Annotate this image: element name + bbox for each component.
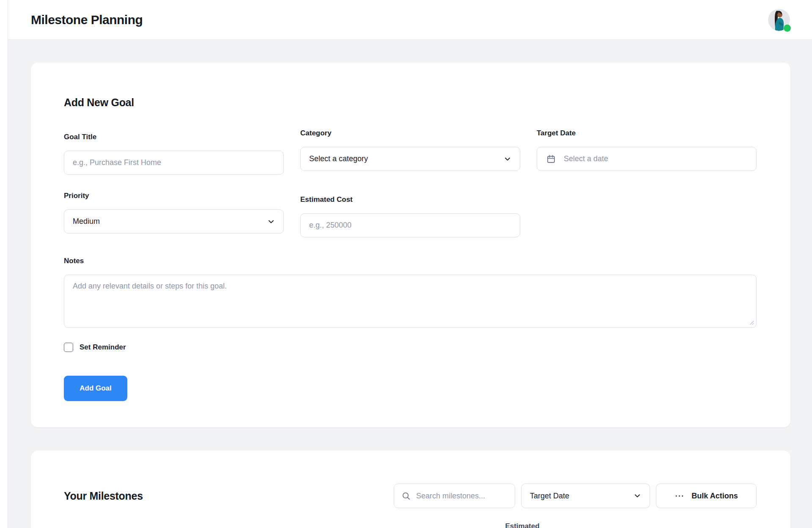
category-field: Category Select a category (300, 128, 520, 175)
add-goal-button[interactable]: Add Goal (64, 376, 127, 401)
bulk-actions-button[interactable]: ⋯ Bulk Actions (656, 484, 757, 508)
notes-label: Notes (64, 256, 757, 266)
milestones-header-row: Your Milestones Target Date (64, 484, 757, 508)
table-column-header-estimated: Estimated (493, 521, 552, 528)
set-reminder-checkbox[interactable] (64, 343, 73, 352)
search-icon (402, 492, 411, 500)
notes-field: Notes (64, 256, 757, 328)
add-goal-card: Add New Goal Goal Title Category Select … (31, 63, 790, 427)
goal-title-field: Goal Title (64, 128, 284, 175)
goal-form-row-1: Goal Title Category Select a category Ta… (64, 128, 757, 175)
milestones-card: Your Milestones Target Date (31, 451, 790, 528)
target-date-picker[interactable]: Select a date (537, 147, 757, 171)
milestones-controls: Target Date ⋯ Bulk Actions (394, 484, 757, 508)
estimated-cost-input[interactable] (300, 213, 520, 237)
top-header: Milestone Planning (8, 0, 812, 40)
estimated-cost-label: Estimated Cost (300, 195, 520, 205)
category-select-value: Select a category (309, 154, 368, 163)
target-date-placeholder: Select a date (564, 154, 608, 163)
target-date-field: Target Date Select a date (537, 128, 757, 175)
calendar-icon (546, 154, 556, 164)
notes-textarea-wrap (64, 275, 757, 328)
goal-title-input[interactable] (64, 151, 284, 175)
avatar[interactable] (768, 9, 790, 31)
empty-grid-cell (537, 191, 757, 237)
category-label: Category (300, 128, 520, 138)
priority-field: Priority Medium (64, 191, 284, 237)
priority-label: Priority (64, 191, 284, 201)
set-reminder-label: Set Reminder (80, 343, 126, 352)
goal-form-row-2: Priority Medium Estimated Cost (64, 191, 757, 237)
ellipsis-icon: ⋯ (675, 491, 684, 500)
page-title: Milestone Planning (31, 13, 143, 27)
chevron-down-icon (504, 155, 511, 163)
priority-select-value: Medium (73, 217, 100, 226)
milestones-heading: Your Milestones (64, 490, 143, 502)
goal-title-label: Goal Title (64, 132, 284, 142)
milestones-search[interactable] (394, 484, 515, 508)
bulk-actions-label: Bulk Actions (691, 492, 738, 500)
main-content: Add New Goal Goal Title Category Select … (8, 40, 812, 528)
category-select[interactable]: Select a category (300, 147, 520, 171)
chevron-down-icon (634, 492, 641, 500)
sort-select[interactable]: Target Date (521, 484, 650, 508)
app-root: Milestone Planning Add New Goal (8, 0, 812, 528)
estimated-cost-field: Estimated Cost (300, 191, 520, 237)
priority-select[interactable]: Medium (64, 209, 284, 234)
set-reminder-row[interactable]: Set Reminder (64, 343, 757, 352)
notes-textarea[interactable] (64, 275, 757, 328)
add-goal-heading: Add New Goal (64, 96, 757, 109)
target-date-label: Target Date (537, 128, 757, 138)
sort-select-value: Target Date (530, 492, 569, 500)
online-status-dot (784, 25, 791, 32)
milestones-search-input[interactable] (416, 492, 501, 500)
chevron-down-icon (267, 218, 275, 226)
